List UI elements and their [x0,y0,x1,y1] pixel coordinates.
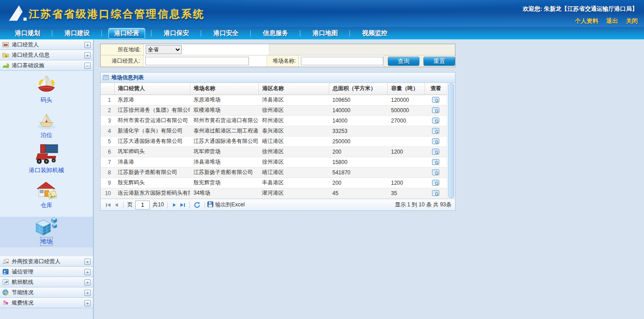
export-excel-button[interactable]: 输出到Excel [207,201,244,209]
sidebar-item[interactable]: 港口经营人+ [0,40,93,50]
operator-input[interactable] [145,57,249,65]
table-row[interactable]: 6巩军师码头巩军师货场徐州港区2001200 [101,146,447,157]
row-number-header [101,83,114,95]
facility-item-3[interactable]: 仓库 [0,176,93,211]
expand-icon[interactable]: + [84,279,91,286]
view-icon[interactable] [432,138,440,145]
sidebar-item[interactable]: 节能情况+ [0,287,93,298]
vertical-scrollbar[interactable] [447,83,455,199]
expand-icon[interactable]: + [84,259,91,265]
nav-tab-4[interactable]: 港口安全 [201,27,251,39]
prev-page-button[interactable] [114,202,119,208]
expand-icon[interactable]: + [84,42,91,48]
energy-icon [2,289,9,296]
view-icon[interactable] [432,117,440,124]
cell-num: 10 [101,188,114,198]
nav-tab-6[interactable]: 港口地图 [300,27,350,39]
cell-area: 200 [329,146,387,157]
cell-district: 泰兴港区 [258,126,329,136]
cell-view [424,115,447,126]
last-page-button[interactable] [180,202,185,208]
page-input[interactable] [135,201,150,210]
view-icon[interactable] [432,159,440,166]
scrollbar-thumb[interactable] [448,83,454,198]
cell-operator: 江苏新扬子造船有限公司 [114,167,190,178]
sidebar-accordion-bottom: 外商投资港口经营人+诚信管理+航班航线+节能情况+规费情况+ [0,256,93,308]
cell-operator: 江苏大通国际港务有限公司 [114,136,190,146]
table-row[interactable]: 5江苏大通国际港务有限公司江苏大通国际港务有限公司靖江港区250000 [101,136,447,146]
first-page-button[interactable] [106,202,111,208]
table-row[interactable]: 2江苏徐州港务（集团）有限公司双楼港堆场徐州港区140000500000 [101,105,447,115]
sidebar-item[interactable]: 港口基础设施− [0,60,93,71]
nav-tab-2[interactable]: 港口经营 [102,27,152,39]
next-page-button[interactable] [172,202,177,208]
table-row[interactable]: 7沛县港沛县港堆场徐州港区15800 [101,157,447,167]
facility-item-4[interactable]: 堆场 [0,217,93,247]
nav-tab-label: 港口保安 [158,28,194,38]
sidebar-item[interactable]: 港口经营人信息+ [0,50,93,60]
cell-yard: 巩军师货场 [190,146,258,157]
logout-link[interactable]: 退出 [606,18,618,24]
search-button[interactable]: 查询 [388,57,419,66]
table-row[interactable]: 1东原港东原港堆场沛县港区109650120000 [101,95,447,105]
table-row[interactable]: 10连云港新东方国际货柜码头有限...34堆场灌河港区4535 [101,188,447,198]
view-icon[interactable] [432,148,440,155]
view-icon[interactable] [432,169,440,176]
sidebar-item-label: 港口经营人 [12,41,84,49]
save-icon [207,201,213,209]
region-select[interactable]: 全省 [146,45,182,54]
table-row[interactable]: 8江苏新扬子造船有限公司江苏新扬子造船有限公司靖江港区541870 [101,167,447,178]
sidebar-item[interactable]: 规费情况+ [0,298,93,308]
reset-button[interactable]: 重置 [423,57,455,66]
view-icon[interactable] [432,107,440,114]
table-row[interactable]: 9殷宪辉码头殷宪辉货场丰县港区2001200 [101,178,447,188]
cell-capacity: 35 [387,188,424,198]
sidebar-item[interactable]: 航班航线+ [0,277,93,287]
facility-item-2[interactable]: 港口装卸机械 [0,141,93,176]
pager-separator [204,201,205,209]
view-icon[interactable] [432,190,440,197]
column-header[interactable]: 堆场名称 [190,83,258,95]
facility-item-0[interactable]: 码头 [0,71,93,106]
nav-tab-3[interactable]: 港口保安 [152,27,201,39]
cell-area: 541870 [329,167,387,178]
cell-view [424,136,447,146]
facility-item-label: 堆场 [41,237,52,246]
column-header[interactable]: 查看 [424,83,447,95]
expand-icon[interactable]: + [84,290,91,296]
view-icon[interactable] [432,179,440,187]
cell-yard: 邳州市黄石货运港口有限公... [190,115,258,126]
collapse-icon[interactable]: − [84,63,91,69]
cell-view [424,95,447,105]
nav-tab-label: 港口安全 [208,28,244,38]
pager-separator [167,201,168,209]
expand-icon[interactable]: + [84,269,91,275]
table-row[interactable]: 4新浦化学（泰兴）有限公司泰州港过船港区二期工程递...泰兴港区33253 [101,126,447,136]
cell-area: 14000 [329,115,387,126]
refresh-button[interactable] [194,202,200,208]
column-header[interactable]: 港区名称 [258,83,329,95]
facility-item-1[interactable]: 泊位 [0,106,93,141]
nav-tab-1[interactable]: 港口建设 [52,27,102,39]
cell-num: 7 [101,157,114,167]
expand-icon[interactable]: + [84,300,91,306]
sidebar-item[interactable]: 诚信管理+ [0,267,93,277]
cell-capacity [387,167,424,178]
nav-tab-5[interactable]: 信息服务 [251,27,300,39]
cell-operator: 沛县港 [114,157,190,167]
table-row[interactable]: 3邳州市黄石货运港口有限公司邳州市黄石货运港口有限公...邳州港区1400027… [101,115,447,126]
expand-icon[interactable]: + [84,52,91,59]
nav-tab-7[interactable]: 视频监控 [350,27,400,39]
cell-yard: 江苏新扬子造船有限公司 [190,167,258,178]
cubes-icon [34,217,59,237]
nav-tab-0[interactable]: 港口规划 [3,27,52,39]
column-header[interactable]: 总面积（平方米） [329,83,387,95]
view-icon[interactable] [432,128,440,135]
sidebar-item[interactable]: 外商投资港口经营人+ [0,256,93,267]
profile-link[interactable]: 个人资料 [575,18,598,24]
column-header[interactable]: 容量（吨） [387,83,424,95]
view-icon[interactable] [432,96,440,104]
yard-name-input[interactable] [301,57,383,65]
close-link[interactable]: 关闭 [626,18,638,24]
column-header[interactable]: 港口经营人 [114,83,190,95]
